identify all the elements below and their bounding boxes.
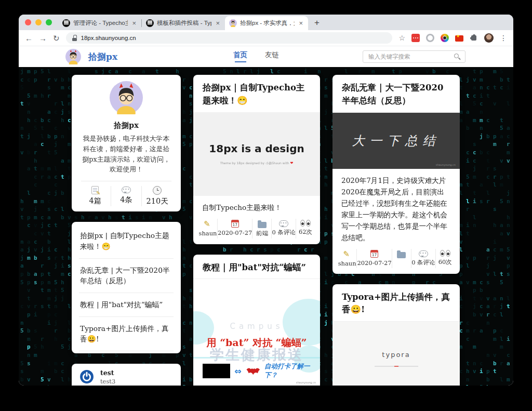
- article-cover[interactable]: 18px is a design Theme by 18px designed …: [193, 113, 320, 196]
- article-title[interactable]: 杂乱无章 | 大一下暨2020半年总结（反思）: [332, 75, 460, 113]
- new-tab-button[interactable]: +: [308, 18, 326, 30]
- article-cover[interactable]: typora ⌄: [332, 322, 460, 386]
- traffic-lights: [24, 15, 58, 30]
- tab-close-icon[interactable]: ×: [298, 19, 304, 27]
- comment-item[interactable]: test test3: [79, 369, 174, 386]
- calendar-icon: [231, 220, 239, 228]
- browser-profile-avatar[interactable]: [484, 33, 494, 43]
- tab-submit-theme[interactable]: 模板和插件投稿 - Typecho主题模 ×: [142, 16, 225, 30]
- recent-post-link[interactable]: 拾捌px | 自制Typecho主题来啦！😁: [79, 224, 174, 258]
- main-nav: 首页 友链: [233, 50, 279, 63]
- cover-subtext: 自动打卡了解一下？: [264, 362, 320, 380]
- search-box: [363, 50, 466, 63]
- meta-author: shaun: [198, 219, 217, 238]
- close-window-button[interactable]: [25, 19, 31, 25]
- site-favicon-icon: [229, 19, 237, 27]
- tab-close-icon[interactable]: ×: [131, 19, 137, 27]
- calendar-icon: [370, 250, 378, 258]
- tab-18px-active[interactable]: 拾捌px - 求实求真，大气大为 ×: [225, 16, 308, 30]
- meta-date: 2020-07-27: [356, 249, 391, 268]
- stat-comments: 4条: [111, 186, 142, 206]
- site-name[interactable]: 拾捌px: [88, 51, 117, 63]
- sync-arrow-icon: ⇔: [234, 366, 241, 376]
- url-text: 18px.shaunyoung.cn: [81, 35, 136, 41]
- stat-days: 210天: [141, 186, 172, 206]
- recent-post-link[interactable]: 教程 | 用"bat"对抗“蝙蝠”: [79, 293, 174, 317]
- extensions-puzzle-icon[interactable]: [471, 35, 476, 41]
- clock-icon: [153, 186, 162, 195]
- folder-icon: [258, 222, 267, 228]
- article-title[interactable]: 拾捌px | 自制Typecho主题来啦！😁: [193, 75, 320, 113]
- profile-stats: 4篇 4条 210天: [80, 181, 172, 206]
- memo-icon: [91, 186, 99, 194]
- nav-friends[interactable]: 友链: [265, 50, 279, 63]
- address-bar[interactable]: 18px.shaunyoung.cn: [66, 32, 393, 44]
- page-content: 拾捌px 我是孙轶扬，电子科技大学本科在读，前端爱好者，这是拾捌px主题演示站，…: [19, 67, 513, 386]
- recent-post-link[interactable]: Typora+图片上传插件，真香😀!: [79, 317, 174, 351]
- article-cover[interactable]: 大一下总结 shaunyoung.cn: [332, 113, 460, 169]
- article-card: 拾捌px | 自制Typecho主题来啦！😁 18px is a design …: [193, 75, 320, 244]
- article-card: 杂乱无章 | 大一下暨2020半年总结（反思） 大一下总结 shaunyoung…: [332, 75, 460, 274]
- comment-icon: [419, 250, 428, 257]
- comment-icon: [122, 187, 131, 193]
- cover-headline: 用 “bat” 对抗 “蝙蝠”: [193, 336, 320, 350]
- article-column-1: 拾捌px | 自制Typecho主题来啦！😁 18px is a design …: [193, 75, 320, 386]
- search-input[interactable]: [367, 53, 454, 60]
- article-card: 教程 | 用"bat"对抗“蝙蝠” Campus 学生健康报送 用 “bat” …: [193, 255, 320, 386]
- forward-button[interactable]: →: [39, 34, 47, 42]
- article-title[interactable]: 教程 | 用"bat"对抗“蝙蝠”: [193, 255, 320, 280]
- folder-icon: [397, 252, 406, 258]
- extension-flag-icon[interactable]: [455, 35, 463, 42]
- lock-icon: [72, 35, 77, 41]
- sidebar: 拾捌px 我是孙轶扬，电子科技大学本科在读，前端爱好者，这是拾捌px主题演示站，…: [72, 75, 181, 386]
- bat-icon: [246, 366, 261, 376]
- tab-manage-comments[interactable]: 管理评论 - Typecho主题模板站 ×: [58, 16, 141, 30]
- meta-category[interactable]: [392, 249, 411, 268]
- article-excerpt: 2020年7月1日，史诗级灾难大片2020在魔鬼开局之后，目前演出已经过半，没想…: [332, 169, 460, 244]
- meta-views: 60次: [435, 249, 455, 268]
- browser-toolbar: ← → ↻ 18px.shaunyoung.cn ☆ ⋮: [19, 30, 513, 46]
- eyes-icon: [440, 250, 450, 257]
- browser-window: 管理评论 - Typecho主题模板站 × 模板和插件投稿 - Typecho主…: [19, 15, 513, 386]
- browser-menu-icon[interactable]: ⋮: [500, 34, 507, 42]
- recent-posts-card: 拾捌px | 自制Typecho主题来啦！😁 杂乱无章 | 大一下暨2020半年…: [72, 222, 181, 353]
- site-watermark: shaunyoung.cn: [436, 163, 456, 166]
- active-nav-underline: [235, 61, 246, 62]
- article-excerpt: 自制Typecho主题来啦！: [193, 196, 320, 214]
- article-cover[interactable]: Campus 学生健康报送 用 “bat” 对抗 “蝙蝠” ⇔ 自动打卡了解一下…: [193, 279, 320, 386]
- extension-gray-icon[interactable]: [426, 34, 434, 42]
- typecho-favicon-icon: [62, 19, 70, 27]
- recent-post-link[interactable]: 杂乱无章 | 大一下暨2020半年总结（反思）: [79, 259, 174, 293]
- site-logo-avatar[interactable]: [65, 49, 81, 64]
- article-title[interactable]: Typora+图片上传插件，真香😀!: [332, 284, 460, 322]
- reload-button[interactable]: ↻: [53, 34, 60, 42]
- pencil-icon: [343, 250, 351, 258]
- tab-strip: 管理评论 - Typecho主题模板站 × 模板和插件投稿 - Typecho主…: [19, 15, 513, 30]
- redacted-box: [203, 364, 230, 378]
- article-card: Typora+图片上传插件，真香😀! typora ⌄ 之前在写博客的时候，图片…: [332, 284, 460, 386]
- article-meta: shaun 2020-07-27 前端 0 条评论: [198, 219, 315, 238]
- profile-bio: 我是孙轶扬，电子科技大学本科在读，前端爱好者，这是拾捌px主题演示站，欢迎访问，…: [80, 134, 172, 175]
- meta-date: 2020-07-27: [217, 219, 252, 238]
- back-button[interactable]: ←: [25, 34, 33, 42]
- nav-home[interactable]: 首页: [233, 50, 247, 63]
- typora-tagline: [375, 366, 418, 367]
- extension-camera-icon[interactable]: [441, 34, 449, 42]
- tab-title: 模板和插件投稿 - Typecho主题模: [157, 19, 211, 27]
- site-watermark: shaunyoung.cn: [296, 381, 316, 384]
- typecho-favicon-icon: [146, 19, 154, 27]
- tab-close-icon[interactable]: ×: [215, 19, 221, 27]
- zoom-window-button[interactable]: [46, 19, 52, 25]
- bookmark-star-icon[interactable]: ☆: [398, 34, 405, 42]
- extension-red-icon[interactable]: [411, 34, 420, 42]
- profile-name: 拾捌px: [80, 121, 172, 130]
- meta-category[interactable]: 前端: [252, 219, 271, 238]
- article-meta: shaun 2020-07-27 0 条评论: [338, 249, 455, 268]
- ghost-text: Campus: [193, 322, 320, 331]
- stat-posts: 4篇: [80, 186, 111, 206]
- comment-icon: [279, 220, 288, 227]
- minimize-window-button[interactable]: [35, 19, 42, 25]
- meta-author: shaun: [338, 249, 356, 268]
- search-icon[interactable]: [454, 54, 461, 60]
- tab-title: 管理评论 - Typecho主题模板站: [73, 19, 128, 27]
